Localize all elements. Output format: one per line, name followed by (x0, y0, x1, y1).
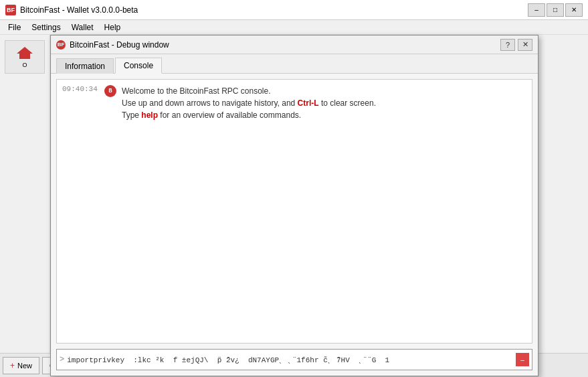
title-bar: BF BitcoinFast - Wallet v3.0.0.0-beta – … (0, 0, 588, 20)
new-label: New (17, 362, 32, 370)
home-icon (15, 46, 34, 60)
menu-help[interactable]: Help (99, 21, 126, 33)
console-entry-0: 09:40:34 B Welcome to the BitcoinFast RP… (62, 85, 526, 121)
menu-settings[interactable]: Settings (26, 21, 66, 33)
new-button[interactable]: + New (3, 357, 39, 374)
console-message-0: Welcome to the BitcoinFast RPC console. … (122, 85, 376, 121)
console-line2-post: to clear screen. (319, 98, 376, 108)
debug-controls: ? ✕ (500, 39, 532, 51)
sidebar: O (0, 35, 50, 377)
debug-tabs: Information Console (51, 54, 538, 74)
title-bar-buttons: – □ ✕ (528, 3, 583, 17)
minimize-button[interactable]: – (528, 3, 545, 17)
menu-bar: File Settings Wallet Help (0, 20, 588, 35)
console-output[interactable]: 09:40:34 B Welcome to the BitcoinFast RP… (56, 79, 532, 344)
console-ctrl-l: Ctrl-L (298, 98, 319, 108)
title-bar-left: BF BitcoinFast - Wallet v3.0.0.0-beta (5, 5, 138, 15)
svg-marker-0 (17, 47, 33, 59)
console-line3-post: for an overview of available commands. (158, 110, 301, 120)
app-icon: BF (5, 5, 16, 15)
debug-help-button[interactable]: ? (500, 39, 515, 51)
console-input-area: > – (56, 349, 532, 370)
console-entry-icon-0: B (104, 85, 116, 97)
close-button[interactable]: ✕ (565, 3, 583, 17)
tab-console[interactable]: Console (115, 58, 162, 74)
console-timestamp-0: 09:40:34 (62, 85, 99, 121)
home-label: O (22, 62, 27, 68)
console-line3-pre: Type (122, 110, 141, 120)
menu-file[interactable]: File (3, 21, 26, 33)
window-title: BitcoinFast - Wallet v3.0.0.0-beta (20, 5, 138, 15)
home-button[interactable]: O (5, 40, 45, 74)
console-input[interactable] (67, 356, 513, 364)
menu-wallet[interactable]: Wallet (66, 21, 99, 33)
maximize-button[interactable]: □ (547, 3, 564, 17)
main-content: O These are Sample BF BitcoinFast - Debu… (0, 35, 588, 377)
debug-window: BF BitcoinFast - Debug window ? ✕ Inform… (50, 35, 538, 376)
console-line1: Welcome to the BitcoinFast RPC console. (122, 86, 271, 96)
debug-close-button[interactable]: ✕ (518, 39, 532, 51)
new-plus-icon: + (10, 361, 15, 370)
debug-app-icon: BF (56, 40, 66, 50)
debug-title-text: BitcoinFast - Debug window (70, 40, 169, 50)
tab-information[interactable]: Information (56, 58, 114, 74)
debug-title-left: BF BitcoinFast - Debug window (56, 40, 169, 50)
console-help: help (141, 110, 158, 120)
debug-title-bar: BF BitcoinFast - Debug window ? ✕ (51, 35, 538, 54)
console-line2-pre: Use up and down arrows to navigate histo… (122, 98, 298, 108)
main-window: BF BitcoinFast - Wallet v3.0.0.0-beta – … (0, 0, 588, 377)
console-prompt: > (60, 355, 64, 364)
console-scroll-button[interactable]: – (516, 353, 529, 366)
